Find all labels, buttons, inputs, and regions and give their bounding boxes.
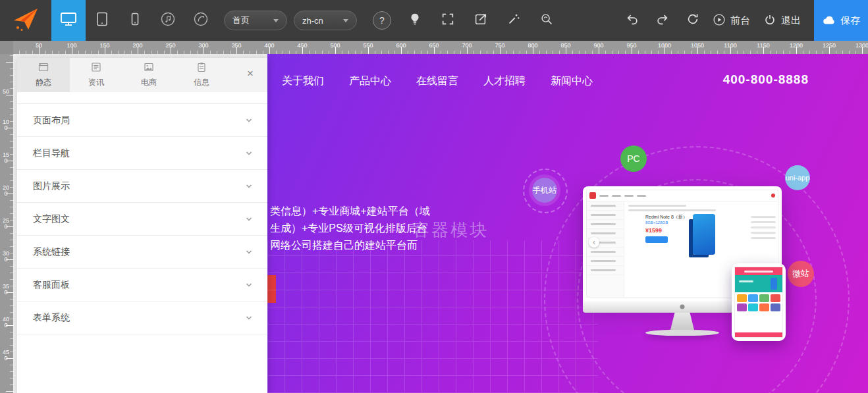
editor-canvas: 关于我们 产品中心 在线留言 人才招聘 新闻中心 400-800-8888 类信…	[13, 54, 868, 393]
buy-button	[645, 236, 668, 243]
panel-item-text-graphics[interactable]: 文字图文	[17, 203, 267, 236]
panel-item-column-nav[interactable]: 栏目导航	[17, 137, 267, 170]
hero-text-line: 类信息）+专业商城+建站平台（域	[270, 205, 430, 219]
cloud-icon	[822, 14, 836, 28]
device-tablet-button[interactable]	[86, 0, 119, 41]
lightbulb-icon	[408, 11, 422, 30]
platform-badge-weizhan: 微站	[788, 261, 814, 287]
admin-avatar	[771, 194, 775, 197]
magic-wand-button[interactable]	[503, 10, 524, 31]
ruler-label: 350	[231, 42, 241, 49]
toolbar-icon-group: ?	[371, 10, 557, 31]
nav-link-jobs[interactable]: 人才招聘	[483, 74, 526, 88]
product-spec: 8GB+128GB	[645, 220, 688, 225]
ruler-label: 1300	[855, 42, 868, 49]
mobile-banner	[735, 275, 782, 292]
ruler-label: 350	[3, 284, 9, 296]
chevron-down-icon	[245, 215, 253, 223]
image-icon	[144, 62, 154, 74]
fullscreen-icon	[441, 12, 455, 29]
ruler-label: 300	[3, 251, 9, 263]
panel-item-page-layout[interactable]: 页面布局	[17, 104, 267, 137]
page-select-dropdown[interactable]: 首页	[224, 11, 287, 30]
apple-logo-icon	[680, 305, 685, 309]
effects-toggle-button[interactable]	[184, 0, 217, 41]
tab-info[interactable]: 信息	[175, 58, 228, 92]
admin-right-panel	[751, 216, 776, 242]
site-preview[interactable]: 关于我们 产品中心 在线留言 人才招聘 新闻中心 400-800-8888 类信…	[267, 54, 868, 393]
tips-button[interactable]	[404, 10, 425, 31]
ruler-label: 100	[3, 119, 9, 131]
mobile-footer	[735, 332, 782, 337]
tablet-icon	[94, 11, 110, 30]
admin-sidebar	[587, 201, 624, 297]
search-check-button[interactable]	[536, 10, 557, 31]
ruler-label: 900	[593, 42, 603, 49]
help-button[interactable]: ?	[371, 10, 393, 31]
chevron-down-icon	[245, 281, 253, 289]
panel-item-image-display[interactable]: 图片展示	[17, 170, 267, 203]
power-icon	[763, 13, 776, 28]
close-icon: ×	[247, 67, 254, 80]
ruler-label: 150	[99, 42, 109, 49]
nav-link-news[interactable]: 新闻中心	[551, 74, 593, 88]
panel-item-form-system[interactable]: 表单系统	[17, 301, 267, 334]
undo-button[interactable]	[622, 10, 643, 31]
ruler-corner	[0, 41, 13, 54]
front-site-button[interactable]: 前台	[713, 13, 750, 28]
mobile-mockup	[732, 263, 786, 341]
redo-button[interactable]	[652, 10, 673, 31]
chevron-down-icon	[245, 117, 253, 124]
play-circle-icon	[713, 13, 726, 28]
app-logo[interactable]	[0, 0, 51, 41]
front-site-label: 前台	[730, 14, 750, 27]
export-edit-button[interactable]	[470, 10, 491, 31]
clipped-red-button	[267, 275, 276, 303]
tab-ecommerce[interactable]: 电商	[122, 58, 175, 92]
device-desktop-button[interactable]	[51, 0, 86, 41]
exit-button[interactable]: 退出	[763, 13, 801, 28]
tab-news[interactable]: 资讯	[70, 58, 122, 92]
ruler-label: 200	[3, 185, 9, 197]
ruler-label: 150	[3, 152, 9, 164]
undo-icon	[624, 12, 640, 29]
ruler-label: 400	[264, 42, 274, 49]
language-select-value: zh-cn	[302, 16, 323, 26]
music-toggle-button[interactable]	[151, 0, 184, 41]
save-button[interactable]: 保存	[814, 0, 868, 41]
ruler-label: 200	[132, 42, 142, 49]
nav-link-message[interactable]: 在线留言	[416, 74, 458, 88]
site-phone-number: 400-800-8888	[723, 72, 809, 87]
product-image	[693, 214, 715, 255]
ruler-label: 750	[495, 42, 504, 49]
magic-wand-icon	[506, 12, 521, 29]
paper-plane-logo-icon	[11, 6, 40, 35]
language-select-dropdown[interactable]: zh-cn	[294, 11, 357, 30]
platform-badge-mobile: 手机站	[532, 178, 557, 203]
panel-item-service-panel[interactable]: 客服面板	[17, 269, 267, 301]
news-lines-icon	[91, 62, 101, 74]
ruler-label: 450	[297, 42, 307, 49]
fullscreen-button[interactable]	[437, 10, 458, 31]
page-select-value: 首页	[232, 14, 250, 26]
ruler-horizontal: 5010015020025030035040045050055060065070…	[0, 41, 868, 54]
platform-badge-pc: PC	[620, 145, 647, 172]
ruler-label: 1200	[790, 42, 803, 49]
ruler-label: 1050	[691, 42, 704, 49]
imac-base	[645, 330, 719, 336]
nav-link-products[interactable]: 产品中心	[349, 74, 391, 88]
chevron-down-icon	[273, 19, 279, 22]
chevron-down-icon	[245, 149, 253, 157]
monitor-icon	[60, 11, 77, 30]
save-label: 保存	[841, 14, 861, 27]
refresh-button[interactable]	[682, 10, 703, 31]
ruler-label: 800	[528, 42, 537, 49]
device-phone-button[interactable]	[119, 0, 151, 41]
panel-item-system-links[interactable]: 系统链接	[17, 236, 267, 269]
ruler-label: 50	[3, 89, 9, 95]
nav-link-about[interactable]: 关于我们	[282, 74, 324, 88]
ruler-label: 600	[396, 42, 406, 49]
panel-close-button[interactable]: ×	[242, 66, 258, 82]
tab-static[interactable]: 静态	[17, 58, 70, 92]
effects-swirl-icon	[193, 11, 209, 30]
